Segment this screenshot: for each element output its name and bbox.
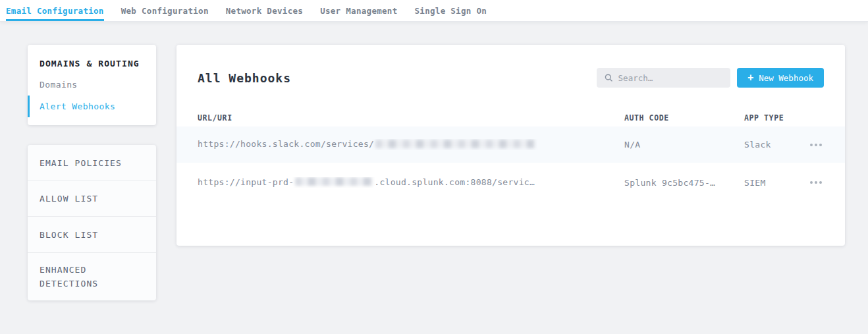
- plus-icon: +: [747, 73, 753, 83]
- app-type-cell: SIEM: [744, 178, 795, 188]
- sidebar-section-allow-list[interactable]: ALLOW LIST: [28, 181, 156, 217]
- search-icon: [605, 73, 612, 82]
- sidebar-section-email-policies[interactable]: EMAIL POLICIES: [28, 145, 156, 181]
- top-tab-bar: Email Configuration Web Configuration Ne…: [0, 0, 868, 22]
- webhook-url-text: https://input-prd-: [198, 177, 294, 187]
- tab-network-devices[interactable]: Network Devices: [226, 0, 303, 21]
- sidebar-section-block-list[interactable]: BLOCK LIST: [28, 217, 156, 253]
- tab-web-configuration[interactable]: Web Configuration: [121, 0, 209, 21]
- auth-code-cell: N/A: [624, 140, 744, 150]
- auth-code-cell: Splunk 9c5bc475-…: [624, 178, 744, 188]
- webhooks-table: URL/URI AUTH CODE APP TYPE https://hooks…: [176, 109, 845, 202]
- search-box[interactable]: [597, 68, 730, 88]
- main-header: All Webhooks + New Webhook: [198, 45, 824, 88]
- page-body: DOMAINS & ROUTING Domains Alert Webhooks…: [0, 22, 868, 300]
- sidebar-accordion: EMAIL POLICIES ALLOW LIST BLOCK LIST ENH…: [28, 145, 156, 300]
- webhook-url-cell: https://input-prd-.cloud.splunk.com:8088…: [198, 177, 624, 188]
- new-webhook-button-label: New Webhook: [759, 73, 813, 83]
- header-controls: + New Webhook: [597, 68, 824, 88]
- column-header-auth-code: AUTH CODE: [624, 113, 744, 123]
- domains-routing-heading: DOMAINS & ROUTING: [40, 59, 144, 69]
- sidebar-section-enhanced-detections[interactable]: ENHANCED DETECTIONS: [28, 253, 156, 300]
- more-options-icon[interactable]: [808, 139, 824, 151]
- sidebar: DOMAINS & ROUTING Domains Alert Webhooks…: [28, 45, 156, 300]
- redacted-url-segment: [295, 177, 373, 186]
- table-row-slack-webhook[interactable]: https://hooks.slack.com/services/ N/A Sl…: [176, 126, 845, 163]
- new-webhook-button[interactable]: + New Webhook: [737, 68, 824, 88]
- tab-email-configuration[interactable]: Email Configuration: [6, 0, 104, 21]
- more-options-icon[interactable]: [808, 177, 824, 188]
- page-title: All Webhooks: [198, 71, 291, 85]
- table-row-splunk-webhook[interactable]: https://input-prd-.cloud.splunk.com:8088…: [176, 163, 845, 202]
- sidebar-item-alert-webhooks[interactable]: Alert Webhooks: [28, 96, 144, 117]
- main-content: All Webhooks + New Webhook: [176, 45, 845, 246]
- redacted-url-segment: [375, 140, 535, 148]
- column-header-app-type: APP TYPE: [744, 113, 795, 123]
- webhook-url-text: https://hooks.slack.com/services/: [198, 139, 374, 149]
- webhook-url-suffix: .cloud.splunk.com:8088/servic…: [374, 177, 535, 187]
- domains-routing-card: DOMAINS & ROUTING Domains Alert Webhooks: [28, 45, 156, 125]
- all-webhooks-card: All Webhooks + New Webhook: [176, 45, 845, 246]
- app-type-cell: Slack: [744, 140, 795, 150]
- webhook-url-cell: https://hooks.slack.com/services/: [198, 139, 624, 150]
- search-input[interactable]: [618, 73, 723, 83]
- tab-user-management[interactable]: User Management: [320, 0, 397, 21]
- column-header-url-uri: URL/URI: [198, 113, 624, 123]
- webhooks-table-header: URL/URI AUTH CODE APP TYPE: [176, 109, 845, 126]
- sidebar-item-domains[interactable]: Domains: [28, 74, 144, 96]
- tab-single-sign-on[interactable]: Single Sign On: [415, 0, 487, 21]
